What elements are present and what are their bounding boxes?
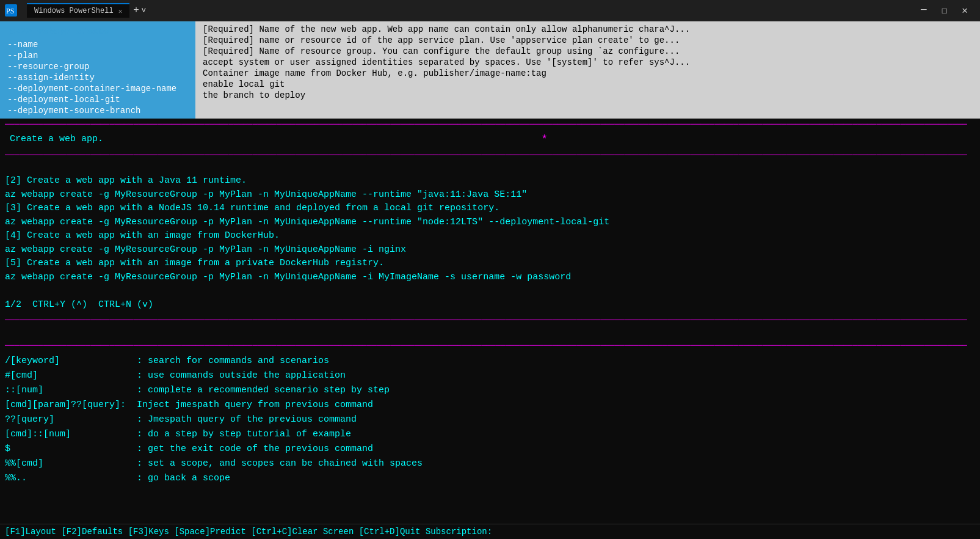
desc-deployment-source-branch: the branch to deploy <box>200 90 975 101</box>
term-line-2: [2] Create a web app with a Java 11 runt… <box>0 174 980 188</box>
help-tutorial: [cmd]::[num] : do a step by step tutoria… <box>0 427 980 442</box>
help-section: /[keyword] : search for commands and sce… <box>0 351 980 488</box>
cmd-deployment-local-git: --deployment-local-git <box>5 94 191 105</box>
term-line-java: az webapp create -g MyResourceGroup -p M… <box>0 188 980 202</box>
cmd-deployment-container: --deployment-container-image-name <box>5 83 191 94</box>
titlebar: PS Windows PowerShell ✕ + v — ☐ ✕ <box>0 0 980 21</box>
term-line-3: [3] Create a web app with a NodeJS 10.14… <box>0 202 980 216</box>
new-tab-button[interactable]: + <box>133 5 139 16</box>
minimize-button[interactable]: — <box>913 2 934 19</box>
desc-deployment-container: Container image name from Docker Hub, e.… <box>200 68 975 79</box>
app-icon: PS <box>5 4 17 16</box>
autocomplete-commands: az>> webapp create --name --plan --resou… <box>0 21 195 119</box>
term-line-nav: 1/2 CTRL+Y (^) CTRL+N (v) <box>0 298 980 312</box>
separator-line-4: ────────────────────────────────────────… <box>0 340 980 351</box>
create-heading: Create a web app. <box>5 133 541 147</box>
desc-assign-identity: accept system or user assigned identitie… <box>200 57 975 68</box>
help-query: ??[query] : Jmespath query of the previo… <box>0 413 980 427</box>
status-bar: [F1]Layout [F2]Defaults [F3]Keys [Space]… <box>0 524 980 539</box>
autocomplete-descriptions: [Required] Name of the new web app. Web … <box>195 21 980 119</box>
tab-dropdown-button[interactable]: v <box>142 6 146 15</box>
tab-close-button[interactable]: ✕ <box>118 7 123 15</box>
term-line-node: az webapp create -g MyResourceGroup -p M… <box>0 216 980 230</box>
help-scope: %%[cmd] : set a scope, and scopes can be… <box>0 457 980 471</box>
maximize-button[interactable]: ☐ <box>934 2 955 19</box>
separator-line-3: ────────────────────────────────────────… <box>0 314 980 326</box>
tabs-container: Windows PowerShell ✕ + v <box>27 3 146 18</box>
window-controls: — ☐ ✕ <box>913 2 975 19</box>
prompt-line: az>> webapp create <box>5 24 191 39</box>
create-heading-row: Create a web app. * <box>0 130 980 149</box>
svg-text:PS: PS <box>6 7 14 15</box>
desc-name: [Required] Name of the new web app. Web … <box>200 24 975 35</box>
term-line-5: [5] Create a web app with an image from … <box>0 257 980 271</box>
terminal: az>> webapp create --name --plan --resou… <box>0 21 980 539</box>
active-tab[interactable]: Windows PowerShell ✕ <box>27 3 129 18</box>
term-line-4: [4] Create a web app with an image from … <box>0 229 980 243</box>
term-line-blank3 <box>0 326 980 340</box>
term-line-private: az webapp create -g MyResourceGroup -p M… <box>0 271 980 285</box>
cmd-resource-group: --resource-group <box>5 61 191 72</box>
help-cmd: #[cmd] : use commands outside the applic… <box>0 369 980 383</box>
autocomplete-panel: az>> webapp create --name --plan --resou… <box>0 21 980 119</box>
cmd-plan: --plan <box>5 50 191 61</box>
term-line-docker: az webapp create -g MyResourceGroup -p M… <box>0 243 980 257</box>
desc-plan: [Required] name or resource id of the ap… <box>200 35 975 46</box>
help-inject: [cmd][param]??[query]: Inject jmespath q… <box>0 398 980 413</box>
help-num: ::[num] : complete a recommended scenari… <box>0 383 980 398</box>
term-line-blank2 <box>0 284 980 298</box>
cmd-assign-identity: --assign-identity <box>5 72 191 83</box>
help-keyword: /[keyword] : search for commands and sce… <box>0 354 980 369</box>
cmd-deployment-source-branch: --deployment-source-branch <box>5 105 191 116</box>
desc-deployment-local-git: enable local git <box>200 79 975 90</box>
separator-line-2: ────────────────────────────────────────… <box>0 149 980 161</box>
help-back: %%.. : go back a scope <box>0 471 980 486</box>
help-exit: $ : get the exit code of the previous co… <box>0 442 980 457</box>
separator-line-1: ────────────────────────────────────────… <box>0 119 980 130</box>
term-line-blank1 <box>0 161 980 175</box>
desc-resource-group: [Required] Name of resource group. You c… <box>200 46 975 57</box>
star-symbol: * <box>541 133 548 145</box>
cmd-name: --name <box>5 39 191 50</box>
close-button[interactable]: ✕ <box>954 2 975 19</box>
tab-label: Windows PowerShell <box>34 7 114 15</box>
